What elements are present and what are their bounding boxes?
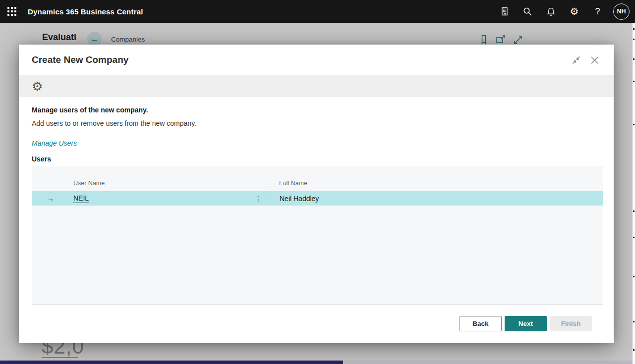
manage-users-link[interactable]: Manage Users [32,139,77,147]
column-header-user-name[interactable]: User Name [73,180,271,187]
dialog-settings-gear-icon[interactable]: ⚙ [32,80,43,93]
users-section-label: Users [32,155,603,163]
back-button[interactable]: Back [460,316,502,331]
dialog-title: Create New Company [32,54,562,65]
users-table-header: User Name Full Name [32,166,603,191]
create-company-dialog: Create New Company ⚙ Manage users of the… [19,45,614,343]
table-empty-area [32,206,603,305]
help-icon[interactable]: ? [586,0,609,23]
close-icon[interactable] [590,56,599,64]
column-header-full-name[interactable]: Full Name [271,180,603,187]
full-name-cell: Neil Haddley [271,191,603,206]
scroll-strip [633,23,635,364]
dialog-toolbar: ⚙ [19,75,614,97]
step-description: Add users to or remove users from the ne… [32,119,603,127]
dialog-body: Manage users of the new company. Add use… [19,97,614,343]
step-heading: Manage users of the new company. [32,106,603,114]
notifications-bell-icon[interactable] [539,0,563,23]
finish-button: Finish [550,316,592,331]
dialog-footer: Back Next Finish [32,316,603,343]
next-button[interactable]: Next [505,316,547,331]
avatar[interactable]: NH [613,3,630,20]
user-name-link[interactable]: NEIL [73,194,89,203]
search-icon[interactable] [516,0,539,23]
cell-options-ellipsis-icon[interactable]: ⋮ [255,195,262,202]
selected-row-arrow-icon: → [32,194,73,203]
environment-building-icon[interactable] [493,0,516,23]
settings-gear-icon[interactable]: ⚙ [563,0,586,23]
table-row[interactable]: → NEIL ⋮ Neil Haddley [32,191,603,206]
dialog-header: Create New Company [19,45,614,75]
topbar-actions: ⚙ ? NH [493,0,635,23]
top-app-bar: Dynamics 365 Business Central [0,0,635,23]
app-title: Dynamics 365 Business Central [28,7,143,16]
app-launcher-icon[interactable] [7,7,16,16]
user-name-cell: NEIL ⋮ [73,194,271,203]
minimize-dialog-icon[interactable] [572,56,580,64]
users-table: User Name Full Name → NEIL ⋮ Neil Haddle… [32,166,603,305]
